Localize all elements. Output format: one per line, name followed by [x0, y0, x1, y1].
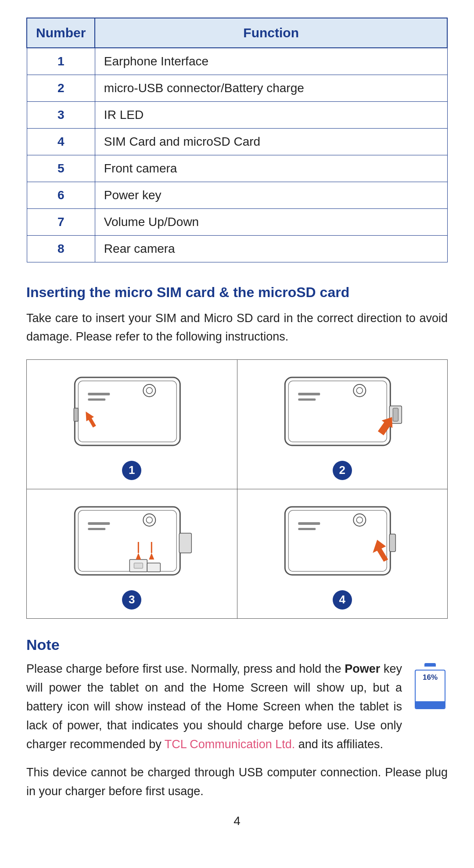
svg-rect-25 [134, 563, 143, 568]
svg-point-33 [354, 514, 366, 526]
diagram-row-top: 1 2 [27, 360, 447, 489]
table-cell-number: 2 [27, 75, 95, 102]
note-row: Please charge before first use. Normally… [26, 660, 448, 754]
table-cell-number: 8 [27, 236, 95, 262]
svg-point-19 [143, 514, 155, 526]
battery-cap [424, 663, 436, 667]
svg-marker-38 [373, 540, 388, 562]
sim-section-heading: Inserting the micro SIM card & the micro… [26, 284, 448, 301]
tcl-link-text: TCL Communication Ltd. [165, 738, 295, 751]
svg-rect-36 [298, 528, 316, 530]
function-table: Number Function 1Earphone Interface2micr… [26, 18, 448, 262]
note-section: Note Please charge before first use. Nor… [26, 636, 448, 801]
note-paragraph-1: Please charge before first use. Normally… [26, 660, 402, 754]
diagram-number-1: 1 [122, 461, 141, 480]
svg-point-10 [354, 384, 366, 397]
svg-marker-27 [136, 553, 141, 560]
svg-rect-21 [88, 522, 110, 525]
diagram-cell-4: 4 [237, 489, 448, 618]
table-cell-number: 4 [27, 129, 95, 155]
diagram-number-3: 3 [122, 590, 141, 610]
svg-rect-23 [179, 533, 191, 553]
note-bold-power: Power [345, 662, 380, 675]
svg-rect-1 [78, 381, 176, 442]
svg-rect-37 [390, 534, 396, 552]
table-row: 4SIM Card and microSD Card [27, 129, 447, 155]
svg-rect-31 [285, 507, 391, 575]
table-row: 1Earphone Interface [27, 48, 447, 75]
table-cell-function: Earphone Interface [95, 48, 447, 75]
page-number: 4 [26, 814, 448, 828]
table-cell-number: 7 [27, 209, 95, 236]
svg-rect-15 [393, 408, 399, 421]
svg-marker-7 [82, 409, 98, 429]
diagram-sketch-3 [45, 498, 219, 586]
svg-point-11 [357, 387, 363, 394]
diagram-sketch-4 [255, 498, 429, 586]
svg-point-3 [146, 387, 152, 394]
table-row: 6Power key [27, 182, 447, 209]
svg-marker-29 [149, 553, 154, 560]
svg-point-2 [143, 384, 155, 397]
svg-point-34 [357, 517, 363, 523]
svg-rect-26 [147, 563, 160, 572]
table-cell-function: Rear camera [95, 236, 447, 262]
table-cell-function: IR LED [95, 102, 447, 129]
note-paragraph-2: This device cannot be charged through US… [26, 763, 448, 801]
svg-rect-4 [88, 393, 110, 395]
battery-fill-level [416, 701, 445, 708]
table-row: 2micro-USB connector/Battery charge [27, 75, 447, 102]
note-text-part3: and its affiliates. [295, 738, 383, 751]
diagram-sketch-2 [255, 369, 429, 456]
table-cell-number: 6 [27, 182, 95, 209]
svg-rect-32 [289, 510, 387, 571]
sim-intro-text: Take care to insert your SIM and Micro S… [26, 309, 448, 346]
table-row: 5Front camera [27, 155, 447, 182]
note-heading: Note [26, 636, 448, 653]
svg-rect-8 [285, 377, 391, 445]
table-cell-number: 5 [27, 155, 95, 182]
table-cell-number: 3 [27, 102, 95, 129]
note-text-part1: Please charge before first use. Normally… [26, 662, 345, 675]
note-text-block: Please charge before first use. Normally… [26, 660, 402, 754]
table-row: 7Volume Up/Down [27, 209, 447, 236]
svg-rect-17 [75, 507, 180, 575]
battery-body: 16% [415, 670, 445, 709]
diagram-cell-1: 1 [27, 360, 237, 489]
table-cell-function: Volume Up/Down [95, 209, 447, 236]
diagram-number-4: 4 [333, 590, 352, 610]
svg-rect-6 [74, 408, 78, 421]
diagram-number-2: 2 [333, 461, 352, 480]
svg-rect-0 [75, 377, 180, 445]
svg-rect-13 [298, 398, 316, 401]
table-cell-function: SIM Card and microSD Card [95, 129, 447, 155]
battery-icon-wrapper: 16% [413, 663, 448, 709]
col-number-header: Number [27, 18, 95, 48]
table-cell-number: 1 [27, 48, 95, 75]
svg-rect-22 [88, 528, 105, 530]
diagram-cell-3: 3 [27, 489, 237, 618]
battery-percent-text: 16% [416, 673, 445, 682]
svg-rect-35 [298, 522, 320, 525]
svg-rect-5 [88, 398, 105, 401]
diagram-container: 1 2 [26, 359, 448, 619]
table-row: 8Rear camera [27, 236, 447, 262]
diagram-sketch-1 [45, 369, 219, 456]
diagram-cell-2: 2 [237, 360, 448, 489]
table-cell-function: Power key [95, 182, 447, 209]
table-cell-function: micro-USB connector/Battery charge [95, 75, 447, 102]
table-row: 3IR LED [27, 102, 447, 129]
svg-rect-9 [289, 381, 387, 442]
svg-point-20 [146, 517, 152, 523]
diagram-row-bottom: 3 4 [27, 489, 447, 618]
svg-rect-12 [298, 393, 320, 395]
col-function-header: Function [95, 18, 447, 48]
table-cell-function: Front camera [95, 155, 447, 182]
svg-rect-18 [78, 510, 176, 571]
